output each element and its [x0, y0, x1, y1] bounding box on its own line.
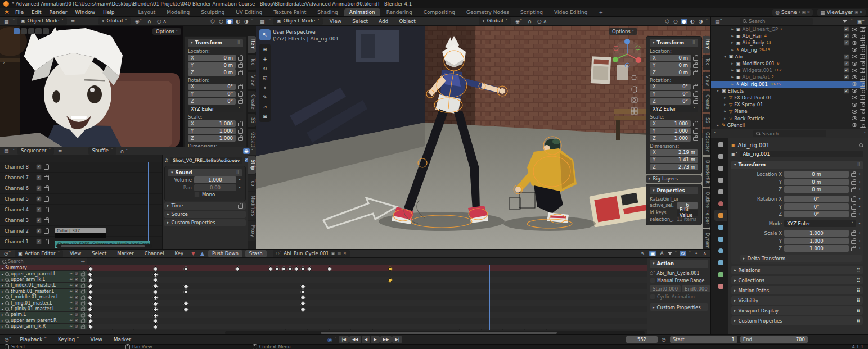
select-invert-icon[interactable] [35, 28, 42, 34]
dimensions-field-x[interactable]: X2.19 m [650, 149, 698, 156]
layer-up-button[interactable]: ▲ [199, 251, 205, 256]
expand-toggle[interactable]: ▸ [730, 34, 735, 38]
row-field[interactable]: 1.000 [784, 245, 849, 252]
workspace-tab-texture-paint[interactable]: Texture Paint [268, 8, 311, 16]
location-field-y[interactable]: Y0 m [650, 62, 691, 69]
keyframe[interactable] [152, 324, 158, 330]
channel-name-upper-arm-ik-r[interactable]: ▸upper_arm_ik.R≈✓ [0, 324, 87, 329]
channel-expand[interactable]: ▸ [2, 312, 3, 316]
sound-section-custom-properties[interactable]: ▸Custom Properties [164, 219, 246, 226]
modifier-icon[interactable]: ≈ [69, 295, 73, 300]
workspace-tab-video-editing[interactable]: Video Editing [549, 8, 592, 16]
row-field[interactable]: 0° [784, 203, 849, 210]
camera-npanel-tab-item[interactable]: Item [248, 36, 256, 53]
move-tool[interactable]: + [260, 55, 269, 64]
solid-shading-icon[interactable]: ● [681, 19, 687, 24]
lock-open-icon[interactable] [851, 232, 856, 236]
manual-range-checkbox[interactable] [650, 278, 655, 283]
workspace-tab-animation[interactable]: Animation [344, 8, 380, 16]
channel-mute-checkbox[interactable]: ✓ [36, 196, 42, 202]
cursor-tool[interactable]: ⊕ [260, 45, 269, 54]
dope-sheet-channels[interactable]: ▸Summary▸upper_arm_parent.L≈✓▸upper_arm_… [0, 265, 647, 330]
exclude-checkbox[interactable]: ✓ [844, 74, 849, 80]
visibility-eye-icon[interactable] [852, 89, 857, 93]
outliner-scrollbar[interactable] [866, 45, 867, 90]
menu-file[interactable]: File [11, 9, 28, 16]
main-pivot-dropdown[interactable]: ◉˅ [514, 19, 523, 24]
volume-animate-dot[interactable]: • [239, 178, 242, 182]
lock-open-icon[interactable] [693, 71, 698, 75]
outliner-item-abi-rig[interactable]: ▸⅄Abi_rig28-15 [711, 47, 868, 53]
lock-open-icon[interactable] [693, 100, 698, 104]
main-npanel-tab-ss[interactable]: SS [703, 114, 710, 126]
main-editor-type-button[interactable]: ▦ [259, 19, 266, 24]
lock-open-icon[interactable] [851, 247, 856, 251]
channel-lock-icon[interactable] [81, 291, 85, 294]
fake-user-shield-icon[interactable]: ▣ [331, 251, 335, 257]
properties-section-visibility[interactable]: ▸Visibility⠿ [731, 296, 863, 305]
outliner-item-plane[interactable]: ▸▽Plane [711, 108, 868, 115]
mono-checkbox[interactable] [194, 192, 200, 197]
main-menu-add[interactable]: Add [375, 18, 392, 25]
animate-dot[interactable]: • [858, 197, 862, 201]
main-mode-dropdown[interactable]: ▣Object Mode˅ [273, 17, 323, 25]
channel-lock-icon[interactable] [44, 219, 49, 223]
viewlayer-actions[interactable]: ▣ ✕ [854, 10, 863, 15]
outliner-item-gpencil[interactable]: ▸✎GPencil [711, 122, 868, 129]
sidebar-custom-properties[interactable]: ▸Custom Properties [650, 303, 708, 311]
object-type-icon[interactable]: ▣˅ [731, 152, 738, 157]
modifier-icon[interactable]: ≈ [69, 271, 73, 276]
properties-context-caret[interactable]: ˅ [714, 132, 716, 136]
channel-enable-checkbox[interactable]: ✓ [74, 301, 79, 305]
properties-tab-object[interactable] [714, 210, 727, 221]
main-npanel-tab-outline-helper[interactable]: Outline Helper [703, 188, 710, 228]
camera-snap-magnet-icon[interactable]: ∩ [146, 19, 152, 24]
preview-range-clock-icon[interactable]: ◷ [660, 337, 667, 342]
channel-lock-icon[interactable] [44, 241, 49, 244]
scale-field-x[interactable]: X1.000 [188, 120, 236, 127]
menu-window[interactable]: Window [71, 9, 100, 16]
expand-toggle[interactable]: ▸ [723, 102, 727, 107]
overlays-icon[interactable]: ⬡ [664, 19, 671, 24]
play-reverse-button[interactable]: ◀ [362, 336, 370, 343]
wireframe-shading-icon[interactable]: ○ [218, 19, 224, 24]
location-field-z[interactable]: Z0 m [188, 69, 236, 76]
proportional-icon[interactable]: • [694, 251, 699, 256]
channel-lock-icon[interactable] [44, 187, 49, 191]
lock-open-icon[interactable] [238, 93, 243, 97]
show-hidden-icon[interactable]: A [659, 251, 664, 256]
scale-field-y[interactable]: Y1.000 [188, 128, 236, 134]
channel-pin-icon[interactable] [5, 324, 9, 328]
sound-filename-field[interactable]: Short_VO_FRE...teBatAudio.wav [170, 157, 242, 164]
filter-icon[interactable] [843, 20, 847, 23]
expand-toggle[interactable]: ▸ [716, 123, 720, 128]
modifier-icon[interactable]: ≈ [69, 318, 73, 323]
pan-field[interactable]: 0.00 [194, 184, 236, 191]
sequencer-playhead[interactable] [148, 162, 149, 241]
visibility-eye-icon[interactable] [852, 82, 857, 86]
auto-keying-button[interactable]: ◉ [327, 337, 332, 343]
properties-tab-physics[interactable] [714, 245, 727, 256]
main-menu-select[interactable]: Select [348, 18, 372, 25]
channel-expand[interactable]: ▸ [2, 295, 3, 299]
properties-tab-particles[interactable] [714, 233, 727, 244]
auto-keying-caret[interactable]: ˅ [335, 337, 337, 342]
row-field[interactable]: 0° [784, 196, 849, 202]
expand-toggle[interactable]: ▸ [730, 48, 735, 52]
visibility-eye-icon[interactable] [852, 103, 857, 107]
properties-options-caret[interactable]: ˅ [864, 132, 866, 136]
properties-section-custom-properties[interactable]: ▸Custom Properties⠿ [731, 316, 863, 325]
camera-npanel-tab-ss[interactable]: SS [248, 114, 256, 126]
properties-section-collections[interactable]: ▸Collections⠿ [731, 276, 863, 284]
sequencer-snap-dropdown[interactable]: ∩ ˅ [119, 148, 129, 154]
camera-preview-canvas[interactable]: › [0, 26, 183, 147]
rig-properties-header[interactable]: ▾Properties [650, 187, 698, 194]
main-proportional-editing[interactable]: ○ ∧ [536, 19, 548, 24]
lock-open-icon[interactable] [238, 57, 243, 61]
push-down-button[interactable]: Push Down [208, 250, 242, 257]
properties-section-relations[interactable]: ▸Relations⠿ [731, 266, 863, 274]
scale-field-y[interactable]: Y1.000 [650, 128, 691, 134]
channel-mute-checkbox[interactable]: ✓ [36, 228, 42, 234]
outliner-item-effects[interactable]: ▾▣Effects✓ [711, 88, 868, 94]
lock-open-icon[interactable] [693, 64, 698, 68]
